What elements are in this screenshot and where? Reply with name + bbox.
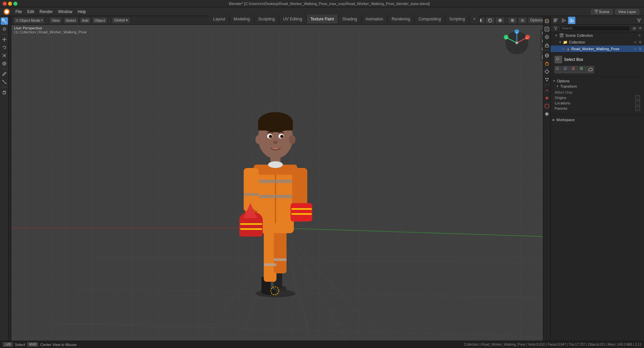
locations-checkbox[interactable] [635,101,640,105]
scene-collection-visibility[interactable]: 👁 [638,34,641,37]
menu-file[interactable]: File [13,9,24,15]
transform-header[interactable]: ▼ Transform [553,84,642,89]
menu-window[interactable]: Window [55,9,75,15]
view-filter-icon[interactable] [635,17,643,24]
add-menu[interactable]: Add [80,17,91,24]
select-mode-1[interactable] [555,66,562,73]
tab-layout[interactable]: Layout [209,15,230,23]
svg-rect-47 [244,168,259,211]
annotate-tool[interactable] [1,70,8,78]
select-box-header: Select Box [553,55,642,65]
tab-texture-paint[interactable]: Texture Paint [307,15,338,23]
svg-point-11 [488,19,492,22]
rotate-tool[interactable] [1,44,8,51]
select-mode-4[interactable] [579,66,586,73]
road-worker-visibility[interactable]: 👁 [634,47,637,51]
select-menu[interactable]: Select [63,17,78,24]
cursor-position-tool[interactable] [1,25,8,33]
tab-modeling[interactable]: Modeling [230,15,254,23]
tab-animation[interactable]: Animation [361,15,388,23]
outliner-search[interactable] [560,26,630,31]
svg-point-70 [273,140,278,144]
view-layer-selector[interactable]: View Layer [615,9,639,14]
outliner-filter-icon[interactable] [553,25,559,31]
options-section: ▼ Options ▼ Transform Affect Only Origin… [551,77,644,112]
properties-icon[interactable] [560,17,567,24]
object-menu[interactable]: Object [92,17,107,24]
minimize-button[interactable] [8,2,12,6]
viewport-shading-material[interactable] [485,17,495,24]
viewport-gizmo[interactable]: X Y Z [503,29,530,56]
svg-rect-41 [274,258,287,261]
close-button[interactable] [3,2,7,6]
tab-sculpting[interactable]: Sculpting [254,15,279,23]
menu-render[interactable]: Render [37,9,55,15]
scene-properties-icon[interactable] [543,41,551,49]
scene-collection-item[interactable]: ▼ 🎬 Scene Collection 👁 [551,32,644,39]
collection-item[interactable]: ▼ 📁 Collection 👁 V [551,39,644,46]
svg-point-71 [255,135,262,144]
options-header[interactable]: ▼ Options [553,78,642,84]
tab-add[interactable]: + [469,15,480,23]
tool-properties-icon[interactable] [568,17,575,24]
object-mode-dropdown[interactable]: ⊡ Object Mode ▾ [13,17,45,24]
scene-selector[interactable]: 🎬 Scene [591,9,613,14]
dropdown-arrow: ▾ [41,19,43,22]
world-properties-icon[interactable] [543,52,551,59]
render-properties-icon[interactable] [543,17,551,25]
select-mode-5[interactable] [587,66,594,73]
tab-compositing[interactable]: Compositing [414,15,445,23]
tab-scripting[interactable]: Scripting [445,15,469,23]
workspace-header[interactable]: ▶ Workspace [553,117,642,122]
maximize-button[interactable] [13,2,17,6]
road-worker-item[interactable]: ▷ ▲ Road_Worker_Walking_Pose 👁 V [551,46,644,52]
select-box-label: Select Box [564,57,583,62]
object-properties-icon[interactable] [543,60,551,67]
svg-rect-111 [554,19,558,19]
status-right: Collection | Road_Worker_Walking_Pose | … [464,343,641,346]
parents-checkbox[interactable] [635,106,640,111]
origins-checkbox[interactable] [635,95,640,100]
select-mode-2[interactable] [563,66,570,73]
svg-rect-117 [570,19,571,22]
tab-uv-editing[interactable]: UV Editing [279,15,307,23]
scale-tool[interactable] [1,52,8,59]
global-dropdown[interactable]: Global ▾ [112,17,130,24]
modifier-properties-icon[interactable] [543,68,551,75]
measure-tool[interactable] [1,78,8,86]
svg-point-116 [564,20,565,21]
svg-rect-121 [556,68,558,70]
particles-icon[interactable] [543,76,551,83]
add-cube-tool[interactable] [1,89,8,96]
section-divider-2 [552,114,643,114]
object-mode-icon: ⊡ [16,19,18,22]
menu-edit[interactable]: Edit [24,9,37,15]
svg-rect-58 [292,208,312,210]
transform-tool[interactable] [1,60,8,67]
material-properties-icon[interactable] [543,110,551,118]
viewport-shading-render[interactable] [495,17,505,24]
eye-filter-icon[interactable]: 👁 [639,26,642,30]
select-mode-3[interactable] [571,66,578,73]
cursor-tool[interactable] [1,17,8,25]
menu-help[interactable]: Help [75,9,89,15]
overlay-toggle[interactable] [508,17,517,24]
main-viewport[interactable]: User Perspective (1) Collection | Road_W… [11,16,550,341]
view-layer-properties-icon[interactable] [543,33,551,41]
outliner-options-icon[interactable] [631,25,637,31]
tab-shading[interactable]: Shading [338,15,361,23]
tab-rendering[interactable]: Rendering [388,15,414,23]
output-properties-icon[interactable] [543,25,551,33]
svg-rect-6 [4,55,5,56]
physics-icon[interactable] [543,86,551,94]
gizmo-toggle[interactable] [518,17,527,24]
view-menu[interactable]: View [49,17,62,24]
constraints-icon[interactable] [543,94,551,102]
move-tool[interactable] [1,36,8,43]
workspace-label: Workspace [556,118,575,122]
outliner-icon[interactable] [552,17,559,24]
data-properties-icon[interactable] [543,102,551,110]
collection-visibility[interactable]: 👁 [634,40,637,44]
select-status: Select [15,343,25,347]
outliner-visibility-icons: 👁 [639,26,642,30]
